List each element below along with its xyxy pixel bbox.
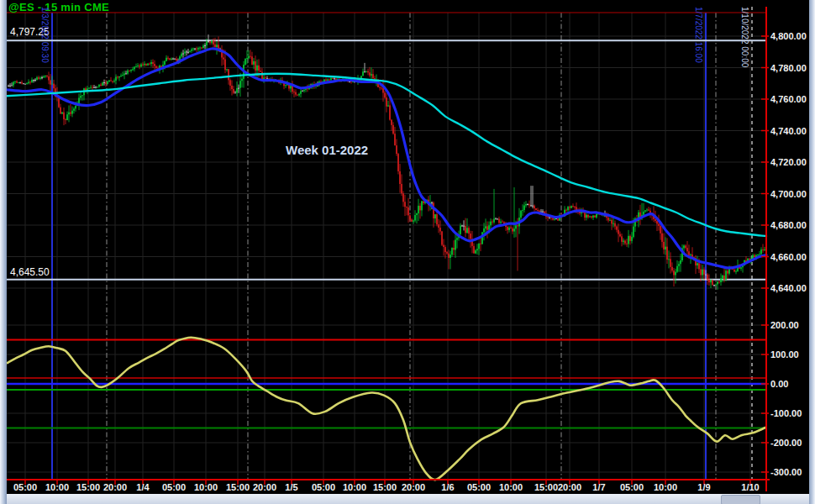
time-axis-label: 20:00 (558, 482, 581, 492)
time-axis-label: 05:00 (620, 482, 644, 492)
time-axis-label: 20:00 (253, 482, 276, 492)
price-level-label-lower: 4,645.50 (10, 266, 50, 278)
axis-label: 4,720.00 (770, 157, 807, 167)
axis-label: 4,700.00 (770, 189, 807, 199)
time-axis-label: 10:00 (499, 482, 523, 492)
time-axis-label: 10:00 (343, 482, 366, 492)
time-axis-label: 15:00 (226, 482, 250, 492)
time-axis-label: 05:00 (312, 482, 335, 492)
axis-label: 4,680.00 (770, 220, 807, 230)
axis-label: 0.00 (770, 379, 788, 389)
time-axis-label: 1/10 (741, 482, 759, 492)
axis-label: 4,640.00 (770, 283, 807, 293)
time-axis-label: 1/4 (136, 482, 150, 492)
week-annotation: Week 01-2022 (286, 143, 368, 157)
time-axis-label: 15:00 (373, 482, 397, 492)
time-axis-label: 10:00 (45, 482, 69, 492)
axis-label: -200.00 (770, 438, 802, 448)
time-axis-label: 10:00 (194, 482, 218, 492)
time-axis-label: 05:00 (467, 482, 491, 492)
window-bottom-bar (0, 494, 815, 504)
time-axis-label: 1/5 (285, 482, 297, 492)
axis-label: 4,760.00 (770, 94, 807, 104)
time-axis-label: 15:00 (76, 482, 100, 492)
axis-label: 4,800.00 (770, 31, 807, 41)
axis-label: 200.00 (770, 320, 799, 330)
axis-label: 4,740.00 (770, 126, 807, 136)
time-axis-label: 1/7 (592, 482, 605, 492)
window-border-right (809, 0, 815, 504)
time-axis-label: 05:00 (13, 482, 37, 492)
session-marker-label-1: 1/3/2022 09:30 (40, 7, 50, 63)
time-axis-label: 1/9 (697, 482, 710, 492)
time-axis-label: 1/6 (441, 482, 454, 492)
window-border-left (0, 0, 7, 504)
trading-chart-window: 4,800.004,780.004,760.004,740.004,720.00… (0, 0, 815, 504)
time-axis-label: 20:00 (103, 482, 127, 492)
session-marker-label-3: 1/10/2022 00:00 (740, 7, 749, 67)
session-marker-label-2: 1/7/2022 16:00 (694, 7, 703, 63)
axis-label: 100.00 (770, 349, 799, 360)
horizontal-scrollbar-thumb[interactable] (721, 495, 760, 504)
chart-plot-area[interactable]: 4,800.004,780.004,760.004,740.004,720.00… (0, 0, 815, 504)
time-axis-label: 10:00 (654, 482, 677, 492)
time-axis-label: 20:00 (402, 482, 425, 492)
chart-symbol-title: @ES - 15 min CME (8, 1, 109, 13)
time-axis-label: 15:00 (534, 482, 558, 492)
axis-label: -300.00 (770, 467, 802, 477)
axis-label: 4,660.00 (770, 252, 807, 262)
time-axis-label: 05:00 (162, 482, 186, 492)
axis-label: 4,780.00 (770, 63, 807, 73)
axis-label: -100.00 (770, 408, 802, 418)
